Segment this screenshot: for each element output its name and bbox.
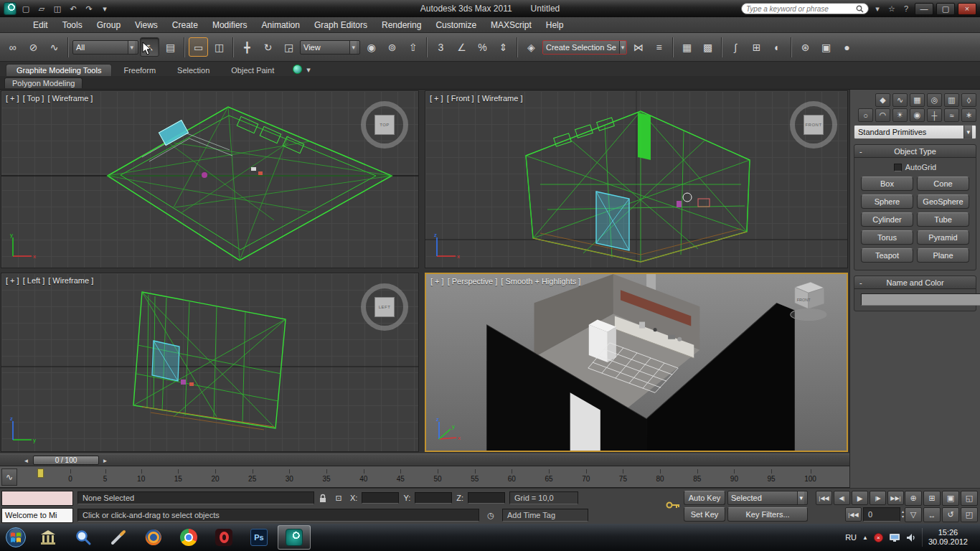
object-type-button[interactable]: Cone <box>917 176 969 191</box>
layer-manager-icon[interactable]: ▦ <box>677 37 697 57</box>
viewport-left[interactable]: [ + ] [ Left ] [ Wireframe ] <box>1 273 419 452</box>
search-options-icon[interactable]: ▾ <box>872 4 883 14</box>
maximize-button[interactable]: ▢ <box>936 3 955 15</box>
render-setup-icon[interactable]: ⊛ <box>796 37 815 57</box>
viewport-menu-plus[interactable]: [ + ] <box>6 94 19 103</box>
mirror-icon[interactable]: ⋈ <box>628 37 648 57</box>
viewport-shading-menu[interactable]: [ Wireframe ] <box>47 94 93 103</box>
zoom-extents-icon[interactable]: ▣ <box>942 491 959 506</box>
mini-curve-editor-button[interactable]: ∿ <box>1 468 17 486</box>
curve-editor-icon[interactable]: ∫ <box>726 37 745 57</box>
field-of-view-icon[interactable]: ▽ <box>905 507 922 522</box>
name-color-rollout-header[interactable]: - Name and Color <box>854 276 976 289</box>
time-tag-icon[interactable]: ◷ <box>484 508 498 522</box>
select-and-move-icon[interactable]: ╋ <box>237 37 257 57</box>
viewcube-face[interactable]: TOP <box>374 115 395 135</box>
viewport-perspective[interactable]: [ + ] [ Perspective ] [ Smooth + Highlig… <box>425 273 848 452</box>
viewport-name-menu[interactable]: [ Top ] <box>23 94 44 103</box>
favorites-icon[interactable]: ☆ <box>886 4 897 14</box>
x-coordinate-field[interactable] <box>362 492 399 504</box>
viewport-name-menu[interactable]: [ Front ] <box>447 94 474 103</box>
app-logo-icon[interactable] <box>4 2 17 15</box>
command-panel-tab-icon[interactable]: ◆ <box>875 93 890 107</box>
ribbon-tab-object-paint[interactable]: Object Paint <box>221 65 284 76</box>
taskbar-app-3dsmax[interactable] <box>278 525 311 550</box>
menu-item[interactable]: MAXScript <box>484 17 539 33</box>
object-type-button[interactable]: Pyramid <box>917 230 969 245</box>
go-to-end-button[interactable]: ▶▶| <box>887 491 904 505</box>
select-and-manipulate-icon[interactable]: ⊚ <box>382 37 402 57</box>
open-file-icon[interactable]: ▱ <box>35 3 48 14</box>
select-object-icon[interactable]: ↖ <box>140 37 159 57</box>
menu-item[interactable]: Modifiers <box>205 17 255 33</box>
menu-item[interactable]: Group <box>90 17 128 33</box>
ribbon-tab-selection[interactable]: Selection <box>167 65 220 76</box>
redo-icon[interactable]: ↷ <box>83 3 95 14</box>
menu-item[interactable]: Rendering <box>374 17 428 33</box>
viewcube[interactable]: LEFT <box>361 283 408 331</box>
zoom-icon[interactable]: ⊕ <box>905 491 922 506</box>
create-category-icon[interactable]: ≈ <box>944 108 959 122</box>
object-type-rollout-header[interactable]: - Object Type <box>854 145 976 158</box>
new-scene-icon[interactable]: ▢ <box>19 3 32 14</box>
autogrid-checkbox[interactable] <box>894 164 902 171</box>
set-key-button[interactable]: Set Key <box>684 507 725 522</box>
current-frame-field[interactable]: 0 <box>863 507 900 522</box>
keyboard-override-icon[interactable]: ⇧ <box>403 37 423 57</box>
ribbon-options-icon[interactable] <box>293 65 302 74</box>
named-selection-sets-icon[interactable]: ◈ <box>522 37 541 57</box>
bind-to-space-warp-icon[interactable]: ∿ <box>44 37 64 57</box>
z-coordinate-field[interactable] <box>468 492 505 504</box>
menu-item[interactable]: Animation <box>255 17 307 33</box>
frame-spinner-down-icon[interactable]: ▾ <box>902 514 904 519</box>
maximize-viewport-toggle-icon[interactable]: ◰ <box>961 507 978 522</box>
spinner-snap-icon[interactable]: ⇕ <box>494 37 513 57</box>
rectangular-selection-region-icon[interactable]: ▭ <box>189 37 208 57</box>
taskbar-app-chrome[interactable] <box>172 525 205 550</box>
percent-snap-icon[interactable]: % <box>473 37 492 57</box>
start-button[interactable] <box>2 525 29 550</box>
zoom-region-icon[interactable]: ◱ <box>961 491 978 506</box>
primitive-category-dropdown[interactable]: Standard Primitives ▾ <box>854 125 976 139</box>
time-slider-handle[interactable]: 0 / 100 <box>33 456 99 465</box>
object-type-button[interactable]: Sphere <box>861 194 913 209</box>
auto-key-button[interactable]: Auto Key <box>684 491 725 505</box>
window-crossing-icon[interactable]: ◫ <box>209 37 229 57</box>
viewport-name-menu[interactable]: [ Left ] <box>23 276 45 285</box>
absolute-offset-toggle-icon[interactable]: ⊡ <box>331 491 346 505</box>
infocenter-search[interactable] <box>741 3 869 14</box>
orbit-icon[interactable]: ↺ <box>942 507 959 522</box>
volume-icon[interactable] <box>906 533 916 542</box>
taskbar-app-photoshop[interactable]: Ps <box>242 525 275 550</box>
viewcube[interactable]: TOP <box>361 101 408 149</box>
named-selection-dropdown[interactable]: Create Selection Se ▾ <box>542 40 627 55</box>
object-type-button[interactable]: Cylinder <box>861 212 913 227</box>
create-category-icon[interactable]: ◠ <box>875 108 890 122</box>
object-type-button[interactable]: GeoSphere <box>917 194 969 209</box>
create-category-icon[interactable]: ☀ <box>892 108 908 122</box>
command-panel-tab-icon[interactable]: ◊ <box>961 93 976 107</box>
ribbon-minimize-icon[interactable]: ▾ <box>303 64 314 76</box>
render-production-icon[interactable]: ● <box>837 37 857 57</box>
viewport-name-menu[interactable]: [ Perspective ] <box>448 277 498 286</box>
select-and-rotate-icon[interactable]: ↻ <box>258 37 278 57</box>
play-button[interactable]: ▶ <box>852 491 868 505</box>
time-slider-next-icon[interactable]: ► <box>100 456 110 465</box>
angle-snap-icon[interactable]: ∠ <box>452 37 471 57</box>
reference-coordinate-dropdown[interactable]: View ▾ <box>300 40 360 55</box>
viewport-menu-plus[interactable]: [ + ] <box>6 276 19 285</box>
taskbar-app-opera[interactable] <box>207 525 240 550</box>
tray-expand-icon[interactable]: ▲ <box>862 534 868 541</box>
menu-item[interactable]: Create <box>165 17 205 33</box>
unlink-selection-icon[interactable]: ⊘ <box>24 37 43 57</box>
object-type-button[interactable]: Plane <box>917 248 969 263</box>
use-pivot-center-icon[interactable]: ◉ <box>362 37 381 57</box>
title-bar[interactable]: ▢ ▱ ◫ ↶ ↷ ▾ Autodesk 3ds Max 2011 Untitl… <box>0 0 980 17</box>
zoom-all-icon[interactable]: ⊞ <box>923 491 941 506</box>
menu-item[interactable]: Graph Editors <box>307 17 374 33</box>
menu-item[interactable]: Tools <box>55 17 90 33</box>
time-slider[interactable]: 0 / 100 ◄ ► <box>0 453 849 466</box>
viewcube-face[interactable]: LEFT <box>374 297 395 317</box>
material-editor-icon[interactable]: ◐ <box>768 37 787 57</box>
object-type-button[interactable]: Box <box>861 176 913 191</box>
